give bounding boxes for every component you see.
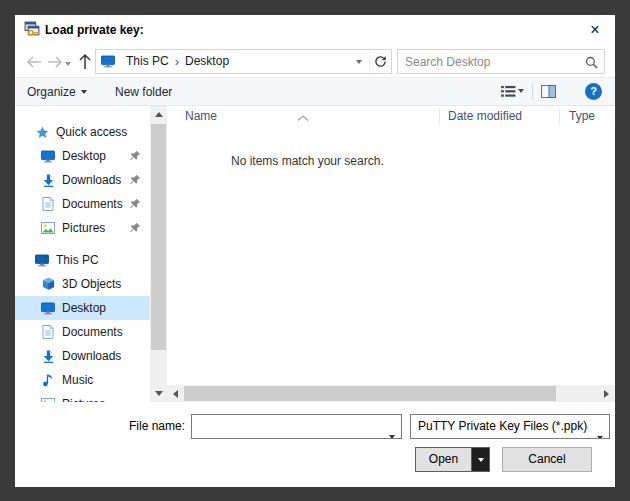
computer-icon — [34, 254, 50, 267]
puttygen-app-icon — [24, 21, 41, 38]
monitor-icon — [40, 150, 56, 163]
sidebar-item-label: Quick access — [56, 125, 127, 139]
back-button[interactable] — [24, 52, 44, 72]
toolbar-separator — [532, 83, 533, 100]
search-input[interactable] — [398, 50, 604, 73]
document-icon — [40, 197, 56, 211]
view-dropdown-icon[interactable] — [518, 89, 524, 93]
sidebar-item-pictures-pinned[interactable]: Pictures — [15, 216, 150, 240]
sidebar-item-label: Pictures — [62, 397, 105, 402]
sidebar-item-pictures[interactable]: Pictures — [15, 392, 150, 402]
file-name-dropdown-icon[interactable] — [389, 425, 395, 443]
file-name-combobox[interactable] — [191, 414, 402, 439]
pin-icon — [130, 150, 141, 164]
document-icon — [40, 325, 56, 339]
monitor-icon — [40, 302, 56, 315]
file-type-value: PuTTY Private Key Files (*.ppk) — [418, 419, 587, 433]
sidebar-group-gap — [15, 240, 150, 248]
download-icon — [40, 350, 56, 363]
sidebar-item-label: Documents — [62, 197, 123, 211]
column-separator[interactable] — [559, 108, 560, 125]
close-button[interactable]: × — [578, 15, 612, 45]
window-title: Load private key: — [45, 15, 144, 45]
pin-icon — [130, 222, 141, 236]
vertical-scrollbar-thumb[interactable] — [151, 124, 166, 350]
column-separator[interactable] — [439, 108, 440, 125]
pin-icon — [130, 198, 141, 212]
file-type-dropdown-icon — [597, 425, 603, 439]
sidebar-item-documents[interactable]: Documents — [15, 320, 150, 344]
organize-dropdown-icon — [81, 90, 87, 94]
help-icon[interactable]: ? — [585, 83, 602, 100]
picture-icon — [40, 222, 56, 234]
breadcrumb-this-pc[interactable]: This PC — [120, 50, 175, 73]
sidebar-item-music[interactable]: Music — [15, 368, 150, 392]
sidebar-item-label: 3D Objects — [62, 277, 121, 291]
address-bar[interactable]: This PC › Desktop — [95, 49, 392, 74]
sidebar-item-label: Music — [62, 373, 93, 387]
search-box[interactable] — [397, 49, 605, 74]
preview-pane-icon[interactable] — [541, 85, 556, 98]
open-dropdown-icon — [478, 458, 484, 462]
titlebar[interactable]: Load private key: × — [15, 15, 615, 45]
refresh-icon[interactable] — [369, 50, 391, 73]
scroll-right-icon[interactable] — [598, 385, 615, 402]
sidebar-item-label: This PC — [56, 253, 99, 267]
organize-button[interactable]: Organize — [27, 78, 87, 105]
load-private-key-dialog: Load private key: × This PC › Desktop — [15, 15, 615, 487]
sidebar-item-label: Desktop — [62, 301, 106, 315]
new-folder-label: New folder — [115, 85, 172, 99]
column-header-name[interactable]: Name — [185, 109, 217, 123]
open-button[interactable]: Open — [415, 447, 472, 472]
this-pc-icon — [101, 55, 115, 68]
change-view-icon[interactable] — [501, 85, 516, 98]
cube-icon — [40, 277, 56, 291]
screen-background: Load private key: × This PC › Desktop — [0, 0, 630, 501]
organize-label: Organize — [27, 85, 76, 99]
pin-icon — [130, 174, 141, 188]
sidebar-item-quick-access[interactable]: Quick access — [15, 120, 150, 144]
new-folder-button[interactable]: New folder — [115, 78, 172, 105]
picture-icon — [40, 398, 56, 402]
sidebar-item-label: Documents — [62, 325, 123, 339]
breadcrumb-desktop[interactable]: Desktop — [179, 50, 235, 73]
navigation-pane: Quick access Desktop Downloads Documents… — [15, 106, 150, 402]
file-name-label: File name: — [15, 414, 185, 439]
vertical-scrollbar[interactable] — [150, 106, 167, 402]
scroll-up-icon[interactable] — [150, 106, 167, 123]
sidebar-item-label: Downloads — [62, 173, 121, 187]
sidebar-item-desktop-pinned[interactable]: Desktop — [15, 144, 150, 168]
up-button[interactable] — [75, 51, 95, 71]
cancel-button[interactable]: Cancel — [502, 447, 592, 472]
star-icon — [34, 126, 50, 139]
sidebar-item-label: Pictures — [62, 221, 105, 235]
horizontal-scrollbar-thumb[interactable] — [184, 386, 556, 401]
sidebar-item-label: Desktop — [62, 149, 106, 163]
column-header-type[interactable]: Type — [569, 109, 595, 123]
scroll-left-icon[interactable] — [167, 385, 184, 402]
sidebar-item-documents-pinned[interactable]: Documents — [15, 192, 150, 216]
file-type-combobox[interactable]: PuTTY Private Key Files (*.ppk) — [410, 414, 610, 439]
open-dropdown-button[interactable] — [471, 447, 490, 472]
file-list-area: Name Date modified Type No items match y… — [167, 106, 615, 402]
horizontal-scrollbar[interactable] — [167, 385, 615, 402]
empty-folder-message: No items match your search. — [231, 154, 384, 168]
sidebar-item-label: Downloads — [62, 349, 121, 363]
address-dropdown-icon[interactable] — [349, 50, 369, 73]
sidebar-item-downloads[interactable]: Downloads — [15, 344, 150, 368]
sidebar-item-desktop-selected[interactable]: Desktop — [15, 296, 150, 320]
search-icon — [585, 55, 598, 73]
recent-locations-dropdown-icon[interactable] — [61, 54, 75, 74]
download-icon — [40, 174, 56, 187]
sidebar-item-downloads-pinned[interactable]: Downloads — [15, 168, 150, 192]
scroll-down-icon[interactable] — [150, 385, 167, 402]
music-note-icon — [40, 373, 56, 387]
file-name-input[interactable] — [192, 415, 401, 438]
sidebar-item-this-pc[interactable]: This PC — [15, 248, 150, 272]
sort-ascending-icon — [297, 107, 309, 125]
sidebar-item-3d-objects[interactable]: 3D Objects — [15, 272, 150, 296]
column-header-date-modified[interactable]: Date modified — [448, 109, 522, 123]
command-toolbar: Organize New folder ? — [15, 77, 615, 106]
